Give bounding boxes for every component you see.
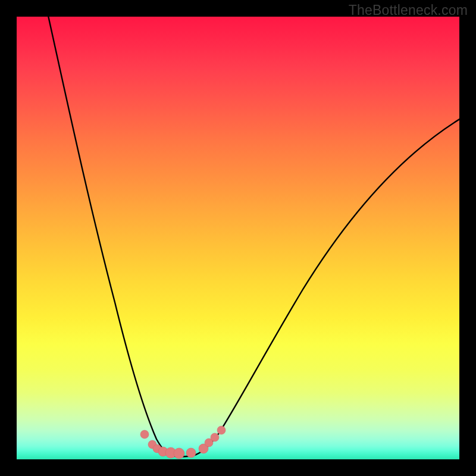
watermark-text: TheBottleneck.com (349, 2, 468, 18)
svg-point-10 (217, 426, 226, 434)
svg-point-9 (211, 433, 219, 441)
bottleneck-curve-right (193, 118, 459, 456)
plot-area (17, 17, 459, 459)
svg-point-5 (174, 448, 184, 459)
svg-point-6 (186, 448, 196, 458)
curve-layer (17, 17, 459, 459)
bottleneck-curve-left (48, 17, 172, 456)
chart-frame: TheBottleneck.com (0, 0, 476, 476)
svg-point-0 (140, 430, 149, 439)
